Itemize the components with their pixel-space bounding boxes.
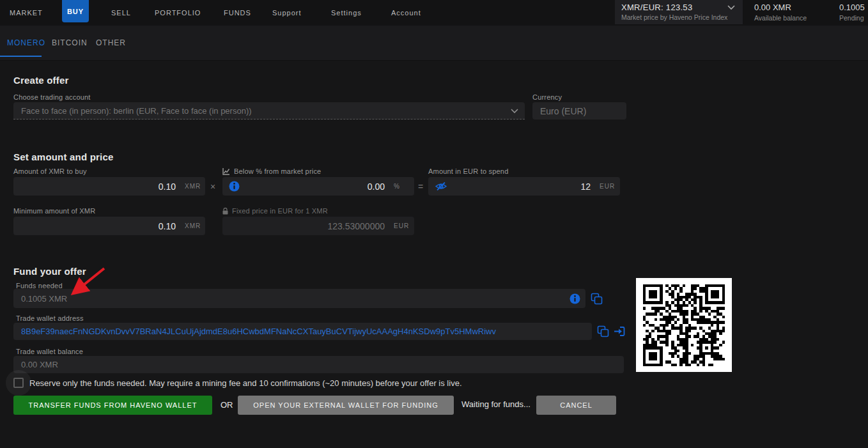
market-price-selector[interactable]: XMR/EUR: 123.53 Market price by Haveno P… <box>615 0 743 24</box>
percent-suffix: % <box>385 183 412 190</box>
spend-input[interactable]: 12 EUR <box>428 177 620 196</box>
spend-value: 12 <box>447 182 591 192</box>
wallet-balance-label: Trade wallet balance <box>16 348 83 355</box>
amount-label: Amount of XMR to buy <box>13 167 87 175</box>
transfer-funds-button[interactable]: TRANSFER FUNDS FROM HAVENO WALLET <box>13 396 212 415</box>
trading-account-value: Face to face (in person): berlin (EUR, F… <box>21 106 252 116</box>
fixed-price-suffix: EUR <box>385 222 412 229</box>
min-amount-label: Minimum amount of XMR <box>13 207 95 215</box>
fixed-price-value: 123.53000000 <box>229 221 385 231</box>
wallet-address-label: Trade wallet address <box>16 314 84 322</box>
spend-label: Amount in EUR to spend <box>428 167 508 175</box>
wallet-address-field[interactable]: 8B9eF39naecFnNGDKvnDvvV7BRaN4JLCuUjAjdmd… <box>13 323 592 340</box>
tab-other[interactable]: OTHER <box>96 26 126 60</box>
nav-item-portfolio[interactable]: PORTFOLIO <box>155 0 201 26</box>
min-amount-input[interactable]: 0.10 XMR <box>13 217 205 235</box>
funds-needed-value: 0.1005 XMR <box>21 294 570 304</box>
reserve-funds-checkbox[interactable] <box>13 378 24 388</box>
chart-icon <box>222 168 230 175</box>
currency-field[interactable]: Euro (EUR) <box>532 102 626 120</box>
lock-icon <box>222 208 228 215</box>
multiply-symbol: × <box>210 182 215 192</box>
funds-needed-field: 0.1005 XMR <box>13 289 585 308</box>
eye-slash-icon[interactable] <box>435 182 447 191</box>
or-label: OR <box>221 400 233 410</box>
min-amount-value: 0.10 <box>21 221 176 231</box>
nav-item-support[interactable]: Support <box>272 0 302 26</box>
available-balance-label: Available balance <box>754 14 807 22</box>
active-tab-underline <box>0 56 42 57</box>
pending-balance-value: 0.1005 <box>839 3 865 12</box>
nav-item-sell[interactable]: SELL <box>111 0 131 26</box>
sub-nav-bar: MONERO BITCOIN OTHER <box>0 26 868 61</box>
waiting-for-funds-text: Waiting for funds... <box>461 399 531 409</box>
currency-value: Euro (EUR) <box>540 106 586 116</box>
open-in-wallet-icon[interactable] <box>614 325 626 337</box>
wallet-balance-value: 0.00 XMR <box>21 360 58 369</box>
info-icon[interactable] <box>570 293 580 304</box>
reserve-funds-checkbox-label: Reserve only the funds needed. May requi… <box>29 378 462 388</box>
available-balance-value: 0.00 XMR <box>754 3 807 12</box>
min-amount-suffix: XMR <box>176 222 203 229</box>
market-price-pair: XMR/EUR: 123.53 <box>621 3 736 12</box>
pending-balance: 0.1005 Pending <box>839 3 865 22</box>
wallet-balance-field: 0.00 XMR <box>13 356 624 373</box>
amount-suffix: XMR <box>176 183 203 190</box>
nav-item-settings[interactable]: Settings <box>331 0 362 26</box>
percent-label-row: Below % from market price <box>222 167 321 175</box>
trading-account-label: Choose trading account <box>13 93 91 101</box>
nav-item-funds[interactable]: FUNDS <box>224 0 251 26</box>
market-price-subtitle: Market price by Haveno Price Index <box>621 13 736 21</box>
copy-icon[interactable] <box>591 293 603 305</box>
copy-icon[interactable] <box>597 325 609 337</box>
amount-value: 0.10 <box>21 182 176 192</box>
tab-bitcoin[interactable]: BITCOIN <box>52 26 88 60</box>
percent-label: Below % from market price <box>234 167 321 175</box>
fund-offer-title: Fund your offer <box>13 266 86 277</box>
equals-symbol: = <box>418 182 423 192</box>
qr-code-image <box>643 284 725 366</box>
nav-item-account[interactable]: Account <box>391 0 421 26</box>
fixed-price-label: Fixed price in EUR for 1 XMR <box>232 207 328 215</box>
nav-item-buy[interactable]: BUY <box>62 0 89 22</box>
amount-input[interactable]: 0.10 XMR <box>13 177 205 196</box>
top-nav-bar: MARKET BUY SELL PORTFOLIO FUNDS Support … <box>0 0 868 26</box>
info-icon[interactable] <box>229 181 240 192</box>
available-balance: 0.00 XMR Available balance <box>754 3 807 22</box>
percent-input[interactable]: 0.00 % <box>222 177 414 196</box>
percent-value: 0.00 <box>240 182 385 192</box>
wallet-address-value: 8B9eF39naecFnNGDKvnDvvV7BRaN4JLCuUjAjdmd… <box>21 327 496 336</box>
chevron-down-icon <box>727 5 735 10</box>
chevron-down-icon <box>511 109 518 114</box>
fixed-price-input: 123.53000000 EUR <box>222 217 414 235</box>
nav-item-market[interactable]: MARKET <box>10 0 43 26</box>
currency-label: Currency <box>532 93 562 101</box>
amount-price-title: Set amount and price <box>13 151 114 162</box>
trading-account-select[interactable]: Face to face (in person): berlin (EUR, F… <box>13 102 525 120</box>
spend-suffix: EUR <box>591 183 617 190</box>
create-offer-panel: Create offer Choose trading account Face… <box>0 61 868 448</box>
fixed-price-label-row: Fixed price in EUR for 1 XMR <box>222 207 328 215</box>
tab-monero[interactable]: MONERO <box>7 26 45 60</box>
cancel-button[interactable]: CANCEL <box>536 396 616 415</box>
external-wallet-button[interactable]: OPEN YOUR EXTERNAL WALLET FOR FUNDING <box>238 396 454 415</box>
pending-balance-label: Pending <box>839 14 865 22</box>
create-offer-title: Create offer <box>13 75 69 86</box>
funding-qr-code[interactable] <box>636 278 732 372</box>
